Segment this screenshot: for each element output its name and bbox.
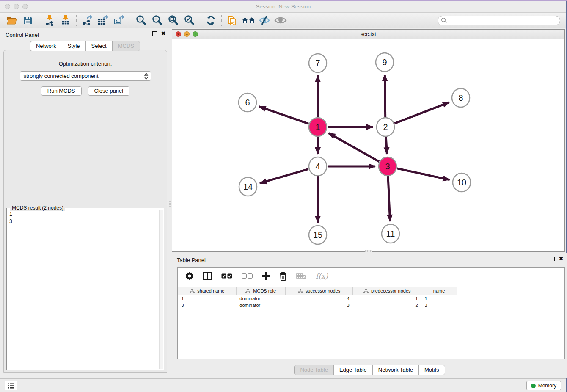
graph-node-10[interactable]: 10 [453, 173, 471, 192]
network-window-title: scc.txt [172, 31, 564, 37]
status-bar: Memory [0, 378, 566, 392]
tab-motifs[interactable]: Motifs [418, 365, 445, 375]
documents-share-button[interactable] [224, 14, 240, 27]
graph-node-11[interactable]: 11 [382, 224, 399, 243]
refresh-button[interactable] [203, 14, 219, 27]
zoom-fit-button[interactable] [165, 14, 181, 27]
svg-text:1: 1 [315, 122, 320, 132]
float-panel-icon[interactable] [550, 257, 555, 261]
svg-text:6: 6 [245, 98, 250, 107]
table-cell[interactable]: 1 [178, 295, 237, 302]
result-scrollbar[interactable] [159, 210, 163, 369]
graph-node-8[interactable]: 8 [452, 88, 470, 107]
float-panel-icon[interactable] [152, 31, 157, 36]
export-network-button[interactable] [79, 14, 95, 27]
column-header-mcds-role[interactable]: MCDS role [236, 287, 285, 295]
documents-share-icon [227, 14, 238, 26]
horizontal-splitter-grip[interactable] [365, 250, 372, 252]
graph-node-4[interactable]: 4 [309, 157, 327, 176]
table-row[interactable]: 3dominator323 [178, 302, 457, 309]
table-cell[interactable]: 3 [285, 302, 353, 309]
import-table-button[interactable] [58, 14, 74, 27]
graph-node-14[interactable]: 14 [239, 177, 257, 196]
import-network-button[interactable] [41, 14, 58, 27]
tab-style[interactable]: Style [62, 41, 85, 51]
table-cell[interactable]: dominator [236, 302, 285, 309]
mcds-result-title: MCDS result (2 nodes) [10, 205, 65, 211]
table-cell[interactable]: 3 [178, 302, 237, 309]
list-icon [8, 383, 14, 389]
zoom-out-icon [151, 15, 162, 26]
table-row[interactable]: 1dominator411 [178, 295, 457, 302]
delete-table-icon[interactable] [296, 273, 306, 279]
table-settings-gear-icon[interactable] [185, 272, 194, 280]
optimization-criterion-dropdown[interactable]: strongly connected component [20, 71, 151, 81]
graph-node-6[interactable]: 6 [239, 93, 256, 112]
run-mcds-button[interactable]: Run MCDS [41, 86, 82, 96]
search-input[interactable] [438, 16, 560, 25]
table-cell[interactable]: 4 [285, 295, 353, 302]
column-header-shared-name[interactable]: shared name [178, 287, 237, 295]
graph-edge-2-9[interactable] [385, 75, 385, 117]
graph-node-9[interactable]: 9 [376, 53, 394, 72]
import-network-icon [44, 15, 55, 26]
deselect-all-rows-icon[interactable] [242, 273, 253, 279]
tab-node-table[interactable]: Node Table [294, 365, 333, 375]
add-column-icon[interactable] [262, 272, 270, 280]
tab-network[interactable]: Network [30, 41, 62, 51]
mcds-result-text[interactable]: 1 3 [8, 211, 159, 369]
zoom-fit-icon [168, 15, 179, 26]
zoom-in-button[interactable] [133, 14, 149, 27]
export-table-button[interactable] [95, 14, 111, 27]
close-panel-icon[interactable]: ✖ [161, 31, 165, 36]
save-session-button[interactable] [20, 14, 36, 27]
graph-edge-4-14[interactable] [260, 169, 308, 183]
graph-edge-3-10[interactable] [397, 168, 449, 180]
zoom-selected-button[interactable] [181, 14, 197, 27]
table-cell[interactable]: 3 [421, 302, 457, 309]
task-history-button[interactable] [5, 381, 17, 390]
table-cell[interactable]: 2 [353, 302, 421, 309]
eye-slash-button[interactable] [256, 14, 272, 27]
table-panel: Table Panel ✖ [172, 253, 567, 378]
function-builder-icon[interactable]: f(x) [316, 272, 328, 280]
graph-edge-3-11[interactable] [388, 176, 390, 221]
select-all-rows-icon[interactable] [221, 273, 232, 279]
network-canvas[interactable]: 7968124314101511 [172, 39, 564, 251]
vertical-splitter-grip[interactable] [169, 201, 171, 208]
zoom-out-button[interactable] [149, 14, 165, 27]
column-header-predecessor-nodes[interactable]: predecessor nodes [353, 287, 421, 295]
graph-node-7[interactable]: 7 [309, 54, 327, 72]
table-cell[interactable]: 1 [421, 295, 457, 302]
eye-button[interactable] [272, 14, 289, 27]
graph-edge-3-1[interactable] [328, 133, 379, 161]
graph-edge-1-6[interactable] [259, 107, 308, 124]
graph-node-1[interactable]: 1 [309, 118, 327, 136]
toggle-column-display-icon[interactable] [203, 272, 212, 280]
memory-button[interactable]: Memory [526, 381, 561, 390]
delete-column-icon[interactable] [279, 272, 287, 281]
graph-node-2[interactable]: 2 [377, 118, 394, 136]
svg-text:4: 4 [315, 162, 320, 171]
network-graph: 7968124314101511 [172, 39, 564, 251]
toolbar-separator [221, 15, 222, 26]
export-table-icon [97, 15, 109, 26]
table-cell[interactable]: 1 [353, 295, 421, 302]
graph-edge-2-3[interactable] [386, 137, 387, 154]
table-cell[interactable]: dominator [236, 295, 285, 302]
export-image-button[interactable] [111, 14, 127, 27]
graph-edge-2-8[interactable] [394, 102, 449, 123]
column-header-name[interactable]: name [421, 287, 457, 295]
open-session-button[interactable] [4, 14, 20, 27]
tab-edge-table[interactable]: Edge Table [333, 365, 372, 375]
network-window-titlebar[interactable]: ✕ − + scc.txt [172, 30, 564, 39]
tab-mcds[interactable]: MCDS [112, 41, 140, 51]
graph-node-15[interactable]: 15 [309, 226, 327, 244]
houses-button[interactable] [240, 14, 256, 27]
column-header-successor-nodes[interactable]: successor nodes [285, 287, 353, 295]
tab-select[interactable]: Select [85, 41, 112, 51]
tab-network-table[interactable]: Network Table [372, 365, 418, 375]
close-panel-button[interactable]: Close panel [88, 86, 130, 96]
close-panel-icon[interactable]: ✖ [559, 257, 563, 261]
graph-node-3[interactable]: 3 [379, 157, 396, 176]
